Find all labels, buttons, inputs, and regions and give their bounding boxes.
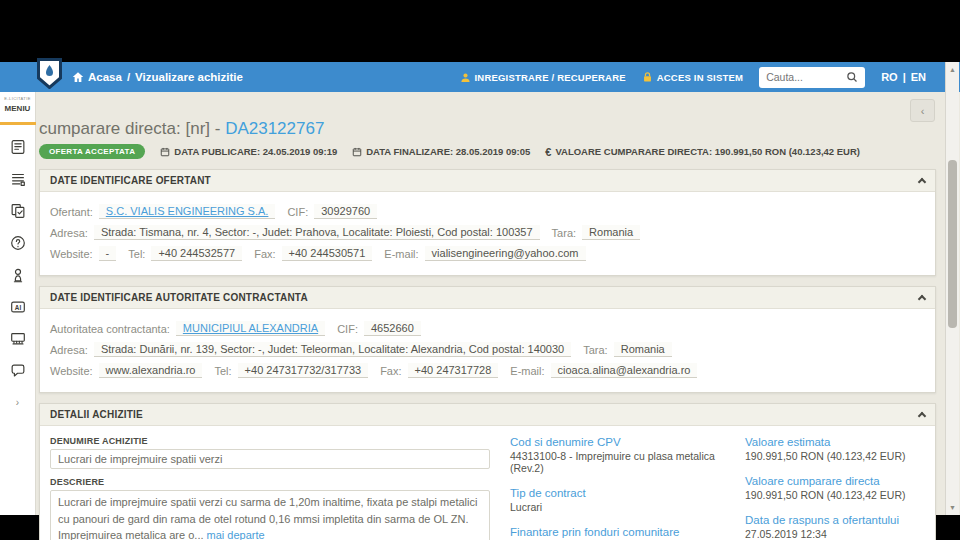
- award-icon[interactable]: [8, 265, 28, 285]
- authority-card: DATE IDENTIFICARE AUTORITATE CONTRACTANT…: [39, 286, 936, 393]
- details-right-columns: Cod si denumire CPV 44313100-8 - Imprejm…: [490, 428, 960, 540]
- acquisition-name-input[interactable]: [50, 449, 490, 469]
- details-column-b: Valoare estimata 190.991,50 RON (40.123,…: [745, 436, 960, 540]
- content-area: E-LICITATIE MENIU: [0, 92, 960, 515]
- contract-type-heading[interactable]: Tip de contract: [510, 487, 720, 499]
- offerer-card-header[interactable]: DATE IDENTIFICARE OFERTANT: [40, 170, 935, 192]
- cpv-code-value: 44313100-8 - Imprejmuire cu plasa metali…: [510, 450, 720, 474]
- home-icon: [72, 71, 84, 83]
- vertical-scrollbar[interactable]: ▲ ▼: [945, 62, 959, 515]
- chat-icon[interactable]: [8, 361, 28, 381]
- breadcrumb-home-link[interactable]: Acasa: [72, 71, 122, 83]
- read-more-link[interactable]: mai departe: [207, 529, 265, 540]
- calendar-icon: [352, 147, 362, 157]
- sidebar-menu-label: MENIU: [5, 104, 31, 113]
- address-value: Strada: Tismana, nr. 4, Sector: -, Judet…: [94, 225, 540, 240]
- email-value: cioaca.alina@alexandria.ro: [551, 363, 698, 378]
- seap-logo[interactable]: [37, 58, 62, 93]
- sidebar-expand-chevron[interactable]: ›: [16, 397, 19, 408]
- estimated-value-heading[interactable]: Valoare estimata: [745, 436, 960, 448]
- authority-card-body: Autoritatea contractanta:MUNICIPIUL ALEX…: [40, 309, 935, 392]
- authority-name-link[interactable]: MUNICIPIUL ALEXANDRIA: [183, 322, 318, 334]
- help-icon[interactable]: [8, 233, 28, 253]
- direct-purchase-value: 190.991,50 RON (40.123,42 EUR): [745, 489, 960, 501]
- description-textarea[interactable]: Lucrari de imprejmuire spatii verzi cu s…: [50, 490, 490, 540]
- breadcrumb-separator: /: [127, 71, 130, 83]
- offerer-response-date-value: 27.05.2019 12:34: [745, 528, 960, 540]
- shield-logo-icon: [37, 58, 62, 89]
- offerer-card: DATE IDENTIFICARE OFERTANT Ofertant:S.C.…: [39, 169, 936, 276]
- authority-card-header[interactable]: DATE IDENTIFICARE AUTORITATE CONTRACTANT…: [40, 287, 935, 309]
- scrollbar-down-arrow[interactable]: ▼: [946, 504, 959, 511]
- badge-row: OFERTA ACCEPTATA DATA PUBLICARE: 24.05.2…: [39, 144, 939, 159]
- lang-ro-link[interactable]: RO: [881, 71, 898, 83]
- email-label: E-mail:: [510, 365, 544, 377]
- cif-label: CIF:: [337, 323, 358, 335]
- acquisition-number-link[interactable]: DA23122767: [225, 119, 324, 138]
- direct-purchase-value-heading[interactable]: Valoare cumparare directa: [745, 475, 960, 487]
- offerer-response-date-heading[interactable]: Data de raspuns a ofertantului: [745, 514, 960, 526]
- acquisition-details-card: DETALII ACHIZITIE DENUMIRE ACHIZITIE DES…: [39, 403, 936, 540]
- details-column-a: Cod si denumire CPV 44313100-8 - Imprejm…: [510, 436, 720, 540]
- cpv-code-heading[interactable]: Cod si denumire CPV: [510, 436, 720, 448]
- cif-value: 30929760: [314, 204, 377, 219]
- breadcrumb: Acasa / Vizualizare achizitie: [72, 71, 243, 83]
- page-title-prefix: cumparare directa: [nr] -: [39, 119, 225, 138]
- tel-label: Tel:: [128, 248, 145, 260]
- scrollbar-up-arrow[interactable]: ▲: [946, 66, 959, 73]
- ai-box-icon[interactable]: AI: [8, 297, 28, 317]
- authority-card-title: DATE IDENTIFICARE AUTORITATE CONTRACTANT…: [50, 292, 308, 303]
- offerer-card-title: DATE IDENTIFICARE OFERTANT: [50, 175, 211, 186]
- search-icon[interactable]: [846, 71, 858, 83]
- search-box: [759, 67, 865, 88]
- country-value: Romania: [614, 342, 672, 357]
- system-access-link[interactable]: ACCES IN SISTEM: [642, 71, 743, 83]
- offerer-label: Ofertant:: [50, 206, 93, 218]
- meta-finalize-date-label: DATA FINALIZARE: 28.05.2019 09:05: [366, 146, 530, 157]
- language-switcher: RO | EN: [881, 71, 926, 83]
- news-icon[interactable]: [8, 137, 28, 157]
- fax-label: Fax:: [380, 365, 401, 377]
- chevron-up-icon[interactable]: [918, 178, 926, 186]
- meta-publish-date: DATA PUBLICARE: 24.05.2019 09:19: [160, 146, 337, 157]
- sidebar-accent-line: [0, 122, 36, 125]
- email-value: vialisengineering@yahoo.com: [425, 246, 586, 261]
- description-text: Lucrari de imprejmuire spatii verzi cu s…: [58, 496, 477, 540]
- offerer-card-body: Ofertant:S.C. VIALIS ENGINEERING S.A. CI…: [40, 192, 935, 275]
- breadcrumb-home-label: Acasa: [88, 71, 122, 83]
- details-card-header[interactable]: DETALII ACHIZITIE: [40, 404, 935, 426]
- offerer-name-link[interactable]: S.C. VIALIS ENGINEERING S.A.: [106, 205, 269, 217]
- details-card-body: DENUMIRE ACHIZITIE DESCRIERE Lucrari de …: [40, 426, 935, 540]
- list-lines-icon[interactable]: [8, 169, 28, 189]
- sidebar-icons: AI: [8, 137, 28, 381]
- email-label: E-mail:: [384, 248, 418, 260]
- contract-type-value: Lucrari: [510, 501, 720, 513]
- sidebar-menu: E-LICITATIE MENIU: [0, 92, 36, 515]
- meta-finalize-date: DATA FINALIZARE: 28.05.2019 09:05: [352, 146, 530, 157]
- scrollbar-thumb[interactable]: [948, 160, 957, 328]
- lock-icon: [642, 71, 653, 83]
- chevron-up-icon[interactable]: [918, 295, 926, 303]
- address-label: Adresa:: [50, 227, 88, 239]
- address-label: Adresa:: [50, 344, 88, 356]
- lang-en-link[interactable]: EN: [911, 71, 926, 83]
- meta-value-label: VALOARE CUMPARARE DIRECTA: 190.991,50 RO…: [555, 146, 860, 157]
- terminal-icon[interactable]: [8, 329, 28, 349]
- cif-label: CIF:: [287, 206, 308, 218]
- community-funding-heading[interactable]: Finantare prin fonduri comunitare: [510, 526, 720, 538]
- documents-check-icon[interactable]: [8, 201, 28, 221]
- chevron-up-icon[interactable]: [918, 412, 926, 420]
- panel-collapse-button[interactable]: ‹: [910, 99, 935, 122]
- register-recover-link[interactable]: INREGISTRARE / RECUPERARE: [460, 72, 626, 83]
- fax-value: +40 244530571: [282, 246, 373, 261]
- website-value: www.alexandria.ro: [99, 363, 203, 378]
- tel-label: Tel:: [214, 365, 231, 377]
- estimated-value: 190.991,50 RON (40.123,42 EUR): [745, 450, 960, 462]
- fax-value: +40 247317728: [408, 363, 499, 378]
- tel-value: +40 247317732/317733: [238, 363, 369, 378]
- search-input[interactable]: [766, 71, 846, 83]
- top-navbar: Acasa / Vizualizare achizitie INREGISTRA…: [0, 62, 960, 92]
- address-value: Strada: Dunării, nr. 139, Sector: -, Jud…: [94, 342, 571, 357]
- country-value: Romania: [582, 225, 640, 240]
- user-icon: [460, 72, 471, 83]
